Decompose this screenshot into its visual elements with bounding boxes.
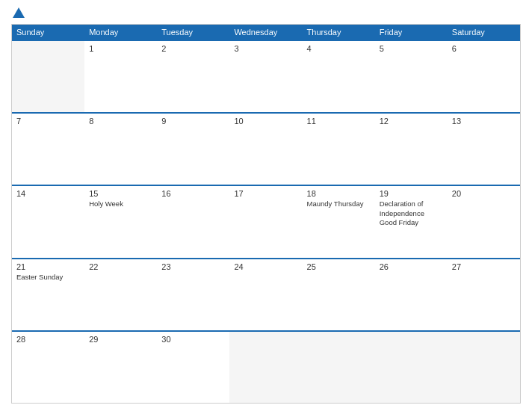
- calendar-cell: 18Maundy Thursday: [303, 186, 375, 257]
- weekday-header-row: SundayMondayTuesdayWednesdayThursdayFrid…: [12, 25, 520, 40]
- calendar-cell: 16: [157, 186, 229, 257]
- cell-date-number: 26: [380, 262, 443, 271]
- cell-date-number: 29: [89, 335, 152, 344]
- calendar-week-row: 21Easter Sunday222324252627: [12, 258, 520, 330]
- weekday-header-cell: Saturday: [448, 25, 520, 40]
- cell-date-number: 14: [16, 189, 80, 198]
- cell-date-number: 25: [307, 262, 371, 271]
- cell-date-number: 13: [452, 117, 516, 126]
- cell-date-number: 16: [161, 189, 225, 198]
- cell-date-number: 23: [161, 262, 225, 271]
- cell-date-number: 18: [307, 189, 371, 198]
- calendar-week-row: 1415Holy Week161718Maundy Thursday19Decl…: [12, 185, 520, 257]
- cell-date-number: 24: [234, 262, 297, 271]
- cell-event-label: Maundy Thursday: [307, 200, 371, 208]
- calendar-cell: 15Holy Week: [84, 186, 157, 257]
- cell-date-number: 9: [161, 117, 225, 126]
- calendar-cell: 1: [84, 41, 157, 112]
- calendar-week-row: 78910111213: [12, 112, 520, 185]
- calendar-cell: 11: [303, 114, 375, 185]
- cell-date-number: 27: [452, 262, 516, 271]
- cell-date-number: 7: [16, 117, 80, 126]
- calendar-cell: 17: [229, 186, 302, 257]
- calendar-cell: 4: [303, 41, 375, 112]
- calendar-cell: 24: [229, 259, 302, 330]
- calendar-cell: 14: [12, 186, 84, 257]
- calendar-cell: 28: [12, 332, 84, 403]
- cell-event-label: Holy Week: [89, 200, 152, 208]
- cell-date-number: 8: [89, 117, 152, 126]
- cell-date-number: 19: [380, 189, 443, 198]
- calendar-cell: 12: [375, 114, 448, 185]
- weekday-header-cell: Thursday: [303, 25, 375, 40]
- weekday-header-cell: Sunday: [12, 25, 84, 40]
- cell-date-number: 30: [161, 335, 225, 344]
- cell-date-number: 12: [380, 117, 443, 126]
- cell-date-number: 3: [234, 44, 297, 53]
- calendar-cell: 27: [448, 259, 520, 330]
- cell-event-label: Declaration of IndependenceGood Friday: [380, 200, 443, 227]
- cell-date-number: 2: [161, 44, 225, 53]
- calendar-cell: 23: [157, 259, 229, 330]
- weekday-header-cell: Wednesday: [229, 25, 302, 40]
- calendar-cell: 19Declaration of IndependenceGood Friday: [375, 186, 448, 257]
- calendar-cell: 3: [229, 41, 302, 112]
- calendar-cell: 6: [448, 41, 520, 112]
- cell-date-number: 22: [89, 262, 152, 271]
- calendar-cell: 21Easter Sunday: [12, 259, 84, 330]
- calendar-cell: 10: [229, 114, 302, 185]
- calendar-week-row: 282930: [12, 330, 520, 403]
- cell-event-label: Easter Sunday: [16, 273, 80, 282]
- calendar-week-row: 123456: [12, 40, 520, 112]
- logo-blue-row: [11, 7, 25, 18]
- calendar-cell: 8: [84, 114, 157, 185]
- calendar-cell: [229, 332, 302, 403]
- cell-date-number: 10: [234, 117, 297, 126]
- logo-triangle-icon: [13, 7, 25, 18]
- calendar-cell: [303, 332, 375, 403]
- calendar-cell: 26: [375, 259, 448, 330]
- weekday-header-cell: Monday: [84, 25, 157, 40]
- calendar: SundayMondayTuesdayWednesdayThursdayFrid…: [11, 24, 521, 404]
- calendar-cell: 2: [157, 41, 229, 112]
- calendar-cell: [448, 332, 520, 403]
- calendar-cell: 7: [12, 114, 84, 185]
- cell-date-number: 6: [452, 44, 516, 53]
- calendar-cell: 29: [84, 332, 157, 403]
- page: SundayMondayTuesdayWednesdayThursdayFrid…: [0, 0, 532, 411]
- cell-date-number: 4: [307, 44, 371, 53]
- cell-date-number: 28: [16, 335, 80, 344]
- cell-date-number: 20: [452, 189, 516, 198]
- calendar-cell: [12, 41, 84, 112]
- weekday-header-cell: Friday: [375, 25, 448, 40]
- cell-date-number: 11: [307, 117, 371, 126]
- calendar-cell: 30: [157, 332, 229, 403]
- calendar-cell: 9: [157, 114, 229, 185]
- cell-date-number: 21: [16, 262, 80, 271]
- weekday-header-cell: Tuesday: [157, 25, 229, 40]
- calendar-cell: 20: [448, 186, 520, 257]
- calendar-cell: 13: [448, 114, 520, 185]
- calendar-body: 123456789101112131415Holy Week161718Maun…: [12, 40, 520, 403]
- cell-date-number: 15: [89, 189, 152, 198]
- cell-date-number: 17: [234, 189, 297, 198]
- logo: [11, 7, 25, 18]
- cell-date-number: 1: [89, 44, 152, 53]
- calendar-cell: 22: [84, 259, 157, 330]
- cell-date-number: 5: [380, 44, 443, 53]
- calendar-cell: 5: [375, 41, 448, 112]
- calendar-cell: [375, 332, 448, 403]
- calendar-header-bar: [11, 7, 521, 18]
- calendar-cell: 25: [303, 259, 375, 330]
